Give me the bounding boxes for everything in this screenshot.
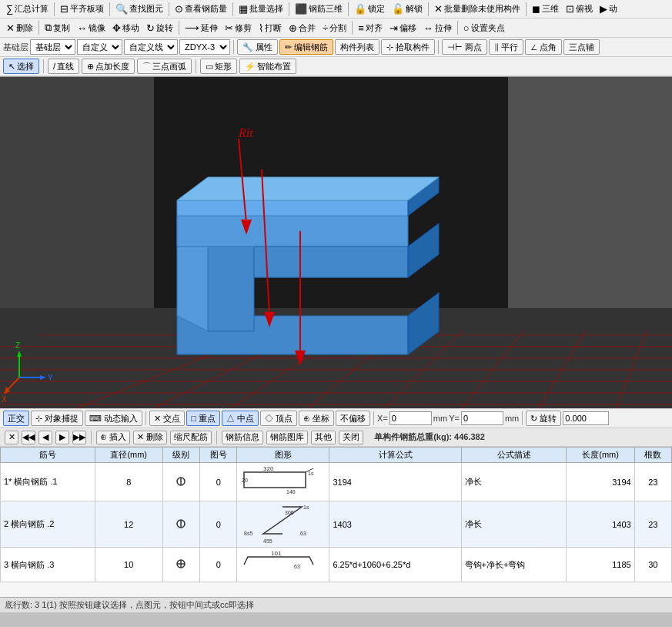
btn-rotate-mode[interactable]: ↻ 旋转	[526, 411, 561, 426]
tb-batch-select[interactable]: ▦ 批量选择	[236, 2, 286, 16]
btn-line[interactable]: / 直线	[48, 59, 79, 74]
btn-select[interactable]: ↖ 选择	[3, 59, 39, 74]
flatten-icon: ⊟	[60, 3, 69, 15]
input-y[interactable]	[461, 411, 503, 425]
btn-property[interactable]: 🔧 属性	[237, 39, 278, 55]
sep-t2-3	[352, 21, 353, 35]
tb-merge[interactable]: ⊕ 合并	[286, 21, 319, 35]
btn-parallel[interactable]: ∥ 平行	[489, 39, 523, 55]
btn-insert[interactable]: ⊕ 插入	[96, 431, 130, 444]
tb-stretch[interactable]: ↔ 拉伸	[420, 21, 455, 35]
sep-3	[169, 2, 169, 16]
tb-3d-view[interactable]: ◼ 三维	[529, 2, 562, 16]
sep-nav-1	[91, 431, 92, 444]
batch-delete-icon: ✕	[434, 3, 443, 15]
sep-t2-2	[179, 21, 179, 35]
btn-edit-rebar[interactable]: ✏ 编辑钢筋	[279, 39, 333, 55]
btn-angle[interactable]: ∠ 点角	[525, 39, 562, 55]
btn-nav-prev-prev[interactable]: ◀◀	[22, 431, 35, 444]
btn-vertex[interactable]: ◇ 顶点	[260, 411, 297, 426]
btn-snap[interactable]: ⊹ 对象捕捉	[31, 411, 83, 426]
sep-6	[348, 2, 349, 16]
layer-select[interactable]: 基础层	[30, 39, 75, 55]
btn-midpoint[interactable]: △ 中点	[222, 411, 259, 426]
tb-lock[interactable]: 🔒 锁定	[351, 2, 388, 16]
tb-trim[interactable]: ✂ 修剪	[222, 21, 255, 35]
btn-rect[interactable]: ▭ 矩形	[200, 59, 237, 74]
btn-nav-next[interactable]: ▶	[55, 431, 69, 444]
btn-coord[interactable]: ⊕ 坐标	[299, 411, 334, 426]
svg-line-14	[385, 331, 462, 408]
tb-offset[interactable]: ⇥ 偏移	[386, 21, 420, 35]
btn-intersect[interactable]: ✕ 交点	[149, 411, 185, 426]
tb-rebar-view[interactable]: ⊙ 查看钢筋量	[172, 2, 230, 16]
btn-two-point[interactable]: ⊣⊢ 两点	[442, 39, 487, 55]
unlock-icon: 🔓	[392, 3, 404, 15]
dynamic-icon: ▶	[600, 3, 607, 15]
tb-top-view[interactable]: ⊡ 俯视	[563, 2, 596, 16]
type-select[interactable]: 自定义	[77, 39, 122, 55]
btn-rebar-info[interactable]: 钢筋信息	[222, 431, 263, 444]
table-row[interactable]: 2 横向钢筋 .2 12 0 306 8s5 455	[1, 501, 672, 548]
sep-nav-2	[216, 431, 217, 444]
btn-part-list[interactable]: 构件列表	[335, 39, 379, 55]
cell-count-3: 30	[634, 548, 671, 582]
table-row[interactable]: 3 横向钢筋 .3 10 0 101 63	[1, 548, 672, 582]
btn-three-arc[interactable]: ⌒ 三点画弧	[137, 59, 192, 74]
btn-smart-layout[interactable]: ⚡ 智能布置	[239, 59, 296, 74]
tb-copy[interactable]: ⧉ 复制	[42, 20, 73, 35]
tb-extend[interactable]: ⟶ 延伸	[182, 21, 221, 35]
tb-delete[interactable]: ✕ 删除	[3, 21, 36, 35]
align-icon: ≡	[358, 22, 364, 34]
cell-length-3: 1185	[567, 548, 634, 582]
btn-nav-delete[interactable]: ✕ 删除	[133, 431, 167, 444]
btn-three-point-aux[interactable]: 三点辅	[563, 39, 600, 55]
offset-icon: ⇥	[389, 22, 398, 34]
btn-scale-layout[interactable]: 缩尺配筋	[170, 431, 212, 444]
tb-flatten[interactable]: ⊟ 平齐板项	[57, 2, 107, 16]
btn-midpoint-heavy[interactable]: □ 重点	[186, 411, 220, 426]
btn-rebar-library[interactable]: 钢筋图库	[266, 431, 308, 444]
table-header-row: 筋号 直径(mm) 级别 图号 图形 计算公式 公式描述 长度(mm) 根数	[1, 448, 672, 463]
tb-set-grips[interactable]: ○ 设置夹点	[460, 21, 508, 35]
btn-add-length[interactable]: ⊕ 点加长度	[82, 59, 135, 74]
sep-1	[54, 2, 55, 16]
tb-align[interactable]: ≡ 对齐	[355, 21, 386, 35]
svg-line-45	[6, 377, 19, 391]
tb-rebar-3d[interactable]: ⬛ 钢筋三维	[292, 2, 346, 16]
btn-pick[interactable]: ⊹ 拾取构件	[381, 39, 435, 55]
btn-ortho[interactable]: 正交	[3, 411, 29, 426]
btn-dynamic-input[interactable]: ⌨ 动态输入	[85, 411, 142, 426]
btn-nav-prev[interactable]: ◀	[38, 431, 52, 444]
viewport-3d[interactable]: Rit Y Z X	[0, 77, 672, 408]
code-select[interactable]: ZDYX-3	[179, 39, 230, 55]
tb-find[interactable]: 🔍 查找图元	[112, 2, 166, 16]
tb-break[interactable]: ⌇ 打断	[256, 21, 285, 35]
svg-text:1s: 1s	[303, 505, 309, 510]
cell-grade-3	[162, 548, 199, 582]
tb-rotate[interactable]: ↻ 旋转	[143, 21, 176, 35]
th-diameter: 直径(mm)	[95, 448, 162, 463]
tb-move[interactable]: ✥ 移动	[109, 21, 142, 35]
rotate-mode-icon: ↻	[530, 414, 537, 423]
btn-other[interactable]: 其他	[311, 431, 336, 444]
cell-diam-2: 12	[95, 501, 162, 548]
axis-select[interactable]: 自定义线	[124, 39, 178, 55]
svg-marker-21	[408, 293, 439, 354]
tb-summarize[interactable]: ∑ 汇总计算	[3, 2, 52, 16]
btn-nav-next-next[interactable]: ▶▶	[72, 431, 86, 444]
btn-no-offset[interactable]: 不偏移	[336, 411, 370, 426]
table-row[interactable]: 1* 横向钢筋 .1 8 0 320 20	[1, 463, 672, 501]
tb-mirror[interactable]: ↔ 镜像	[74, 21, 109, 35]
btn-nav-close[interactable]: ✕	[5, 431, 18, 444]
toolbar-row-2: ✕ 删除 ⧉ 复制 ↔ 镜像 ✥ 移动 ↻ 旋转 ⟶ 延伸 ✂ 修剪 ⌇	[0, 18, 672, 38]
svg-marker-26	[177, 200, 408, 216]
input-x[interactable]	[389, 411, 432, 425]
input-rotate[interactable]	[563, 411, 609, 425]
tb-split[interactable]: ÷ 分割	[319, 21, 349, 35]
tb-dynamic[interactable]: ▶ 动	[597, 2, 620, 16]
btn-close-panel[interactable]: 关闭	[339, 431, 363, 444]
th-shape: 图形	[237, 448, 329, 463]
tb-unlock[interactable]: 🔓 解锁	[389, 2, 426, 16]
tb-batch-delete[interactable]: ✕ 批量删除未使用构件	[431, 2, 523, 16]
